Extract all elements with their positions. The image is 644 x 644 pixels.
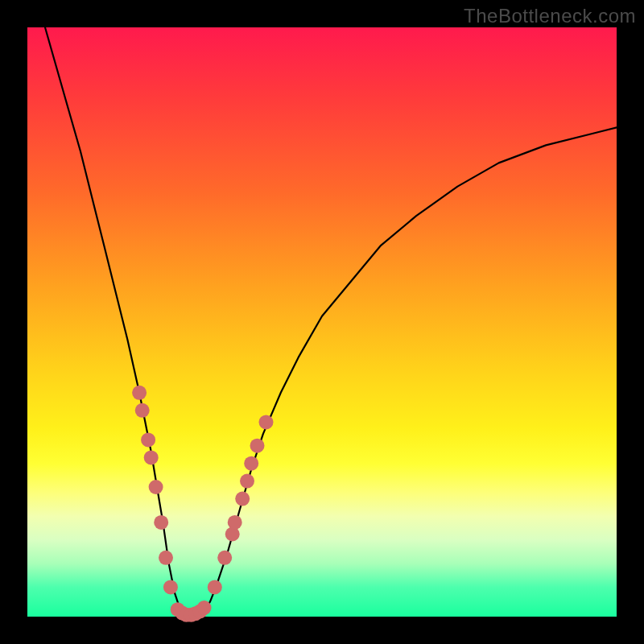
curve-marker [228, 515, 242, 530]
chart-plot-area [27, 27, 617, 617]
curve-marker [259, 415, 274, 429]
curve-marker [244, 456, 258, 471]
curve-marker [132, 386, 147, 400]
curve-marker [197, 601, 212, 615]
curve-marker [135, 403, 150, 418]
curve-marker [235, 492, 250, 506]
curve-marker [208, 580, 222, 594]
curve-marker [163, 580, 178, 594]
curve-marker [141, 432, 155, 447]
curve-marker [154, 515, 168, 530]
chart-svg [27, 27, 617, 617]
bottleneck-curve [45, 27, 617, 615]
curve-marker [159, 551, 173, 565]
curve-marker [217, 551, 232, 565]
curve-marker [250, 439, 265, 453]
curve-marker [144, 450, 159, 464]
watermark-text: TheBottleneck.com [464, 5, 636, 27]
curve-marker [240, 474, 254, 489]
chart-frame: TheBottleneck.com [0, 0, 644, 644]
curve-marker [149, 480, 163, 494]
curve-markers [132, 386, 273, 622]
